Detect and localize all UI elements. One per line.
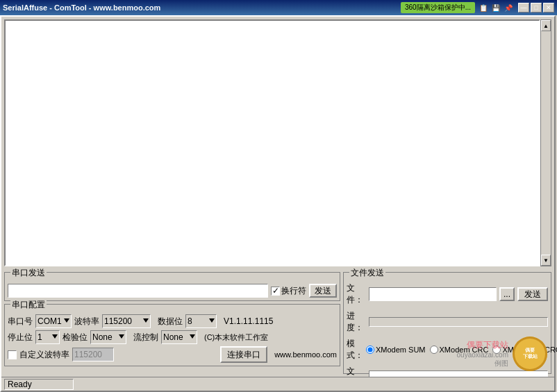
watermark-url: ouyaoxiazai.com <box>457 351 508 359</box>
minimize-button[interactable]: — <box>518 3 529 12</box>
copyright-text: (C)本末软件工作室 <box>204 332 268 343</box>
toolbar-icon-3[interactable]: 📌 <box>503 2 514 13</box>
mode-label: 模式： <box>347 338 363 361</box>
autobaud-checkbox[interactable] <box>8 350 17 359</box>
serial-send-group: 串口发送 ✓ 换行符 发送 <box>4 272 340 301</box>
autobaud-label: 自定义波特率 <box>19 349 69 361</box>
progress-label: 进度： <box>347 310 366 334</box>
svg-text:下载站: 下载站 <box>523 353 538 359</box>
serial-send-input[interactable] <box>8 284 268 298</box>
serial-send-button[interactable]: 发送 <box>309 284 337 298</box>
watermark-logo: 偶要 下载站 <box>513 336 547 371</box>
title-bar: SerialAffuse - ComTool - www.benmoo.com … <box>0 0 557 15</box>
autobaud-input[interactable] <box>72 348 114 361</box>
window-controls: — □ ✕ <box>517 3 554 12</box>
flow-select[interactable]: NoneRTS/CTS <box>161 330 197 344</box>
progress-bar <box>369 317 548 327</box>
connect-button[interactable]: 连接串口 <box>220 346 267 363</box>
watermark-label: 例图 <box>457 359 508 368</box>
data-select[interactable]: 87 <box>185 314 217 328</box>
status-panel: Ready <box>4 379 74 390</box>
title-text: SerialAffuse - ComTool - www.benmoo.com <box>3 3 398 12</box>
config-row-1: 串口号 COM1COM2COM3 波特率 115200960057600 数据位… <box>8 314 337 328</box>
website-text: www.benmoo.com <box>274 350 337 359</box>
file-label: 文件： <box>347 282 366 306</box>
data-label: 数据位 <box>153 316 183 327</box>
toolbar-icons: 📋 💾 📌 <box>478 2 514 13</box>
mode-radio-sum[interactable] <box>366 346 374 354</box>
stop-select[interactable]: 12 <box>35 330 60 344</box>
newline-checkbox-label: ✓ 换行符 <box>271 285 306 297</box>
flow-label: 流控制 <box>129 332 158 343</box>
close-button[interactable]: ✕ <box>543 3 554 12</box>
svg-text:偶要: 偶要 <box>524 348 535 352</box>
toolbar-icon-2[interactable]: 💾 <box>490 2 501 13</box>
version-text: V1.1.11.1115 <box>224 316 273 326</box>
newline-label: 换行符 <box>281 285 306 297</box>
config-row-3: 自定义波特率 连接串口 www.benmoo.com <box>8 346 337 363</box>
watermark: 偶要下载站 ouyaoxiazai.com 例图 偶要 下载站 <box>457 336 547 371</box>
newline-checkbox[interactable]: ✓ <box>271 287 280 296</box>
parity-label: 检验位 <box>63 332 88 343</box>
vertical-scrollbar[interactable]: ▲ ▼ <box>540 19 551 266</box>
content-wrapper: ▲ ▼ 串口发送 ✓ 换行符 发送 <box>1 17 554 391</box>
browse-button[interactable]: ... <box>499 287 515 301</box>
toolbar-icon-1[interactable]: 📋 <box>478 2 489 13</box>
config-rows: 串口号 COM1COM2COM3 波特率 115200960057600 数据位… <box>8 314 337 363</box>
serial-config-title: 串口配置 <box>10 299 47 311</box>
mode-xmodem-sum[interactable]: XModem SUM <box>366 346 426 354</box>
parity-select[interactable]: NoneEvenOdd <box>90 330 126 344</box>
notification-badge: 360隔离沙箱保护中... <box>401 2 475 13</box>
serial-send-title: 串口发送 <box>10 267 47 279</box>
scroll-up-button[interactable]: ▲ <box>541 20 551 31</box>
file-path-input[interactable] <box>369 287 497 301</box>
status-text: Ready <box>8 380 32 389</box>
scroll-down-button[interactable]: ▼ <box>541 255 551 266</box>
port-select[interactable]: COM1COM2COM3 <box>35 314 72 328</box>
port-label: 串口号 <box>8 316 33 327</box>
file-send-button[interactable]: 发送 <box>517 287 548 301</box>
stop-label: 停止位 <box>8 332 33 343</box>
file-send-title: 文件发送 <box>349 267 385 279</box>
baud-label: 波特率 <box>74 316 99 327</box>
config-row-2: 停止位 12 检验位 NoneEvenOdd 流控制 NoneRTS/CTS <box>8 330 337 344</box>
progress-row: 进度： <box>347 310 548 334</box>
baud-select[interactable]: 115200960057600 <box>102 314 151 328</box>
maximize-button[interactable]: □ <box>531 3 542 12</box>
file-path-row: 文件： ... 发送 <box>347 282 548 306</box>
main-window: ▲ ▼ 串口发送 ✓ 换行符 发送 <box>0 15 556 392</box>
output-area-wrapper: ▲ ▼ <box>1 17 554 269</box>
left-panel: 串口发送 ✓ 换行符 发送 串口配置 串口号 <box>4 272 340 374</box>
scrollbar-track[interactable] <box>541 31 551 255</box>
send-row: ✓ 换行符 发送 <box>8 284 337 298</box>
serial-output[interactable] <box>4 19 540 266</box>
status-bar: Ready <box>1 377 554 391</box>
mode-radio-crc[interactable] <box>430 346 438 354</box>
watermark-site: 偶要下载站 <box>457 339 508 351</box>
serial-config-group: 串口配置 串口号 COM1COM2COM3 波特率 11520096005760… <box>4 304 340 366</box>
